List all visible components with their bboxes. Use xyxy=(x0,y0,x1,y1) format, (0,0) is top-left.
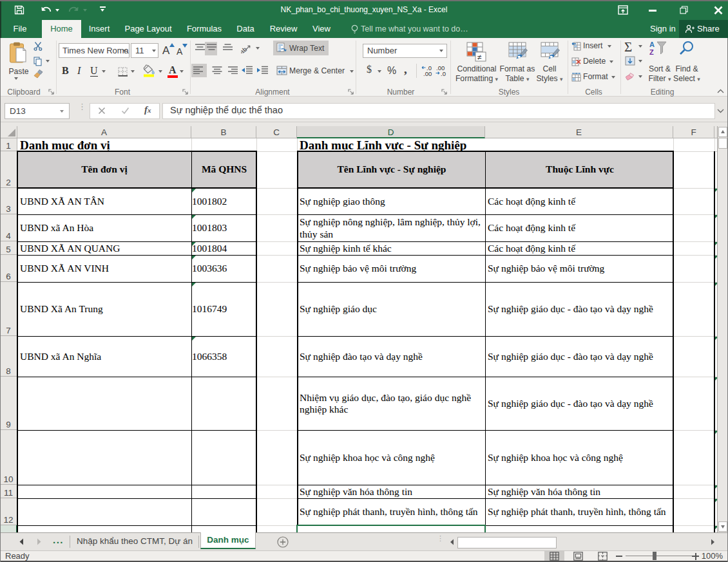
svg-text:Z: Z xyxy=(649,48,654,56)
svg-text:.0: .0 xyxy=(441,70,446,77)
svg-text:A: A xyxy=(649,41,655,48)
svg-text:.00: .00 xyxy=(423,70,432,77)
svg-text:≠: ≠ xyxy=(477,53,482,62)
svg-text:ab: ab xyxy=(241,45,249,53)
